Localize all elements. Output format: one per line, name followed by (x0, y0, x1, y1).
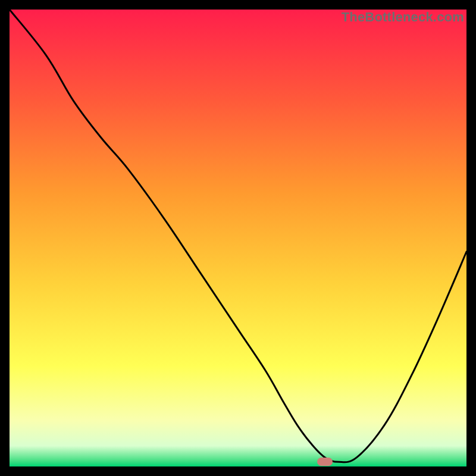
chart-frame: TheBottleneck.com (10, 10, 466, 466)
chart-background (10, 10, 466, 466)
bottleneck-chart (10, 10, 466, 466)
watermark-text: TheBottleneck.com (342, 10, 464, 25)
optimal-point-marker (317, 458, 333, 466)
